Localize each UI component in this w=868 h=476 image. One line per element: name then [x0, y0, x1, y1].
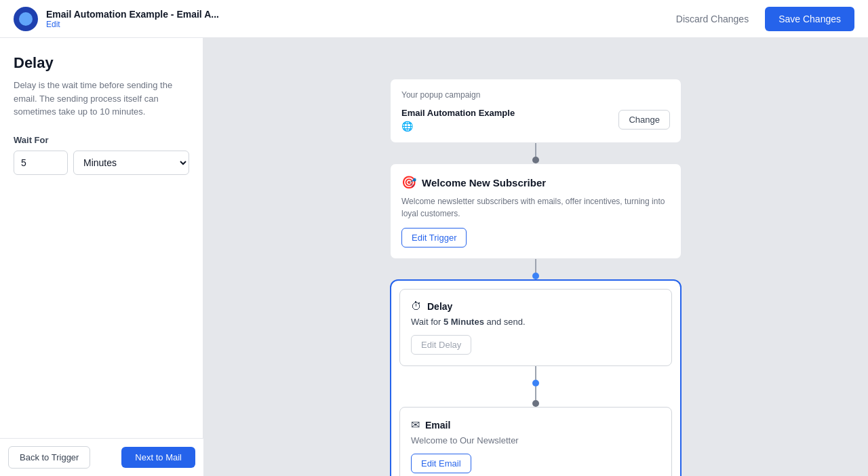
connector-inner-line-2	[535, 386, 536, 400]
clock-icon: ⏱	[411, 300, 422, 313]
back-to-trigger-button[interactable]: Back to Trigger	[8, 446, 90, 469]
app-header: Email Automation Example - Email A... Ed…	[0, 0, 868, 38]
campaign-card-title: Your popup campaign	[401, 90, 670, 100]
app-logo	[14, 7, 38, 31]
wait-unit-select[interactable]: Minutes Hours Days	[73, 151, 189, 175]
delay-value: 5 Minutes	[443, 317, 484, 327]
edit-email-button[interactable]: Edit Email	[411, 454, 471, 473]
connector-inner-dot	[532, 400, 539, 407]
campaign-item-left: Email Automation Example 🌐	[401, 108, 515, 132]
edit-delay-button[interactable]: Edit Delay	[411, 335, 471, 355]
wait-number-input[interactable]	[14, 151, 68, 175]
delay-node: ⏱ Delay Wait for 5 Minutes and send. Edi…	[399, 289, 672, 366]
campaign-item: Email Automation Example 🌐 Change	[401, 108, 670, 132]
left-panel: Delay Delay is the wait time before send…	[0, 38, 203, 476]
globe-icon: 🌐	[401, 121, 515, 132]
header-actions: Discard Changes Save Changes	[668, 7, 854, 31]
email-node: ✉ Email Welcome to Our Newsletter Edit E…	[399, 407, 672, 476]
edit-trigger-button[interactable]: Edit Trigger	[401, 228, 467, 247]
email-icon: ✉	[411, 418, 420, 431]
connector-2	[390, 259, 682, 279]
campaign-name: Email Automation Example	[401, 108, 515, 118]
trigger-title: Welcome New Subscriber	[422, 177, 546, 189]
page-title: Email Automation Example - Email A...	[46, 9, 219, 20]
campaign-card: Your popup campaign Email Automation Exa…	[390, 79, 682, 143]
next-to-mail-button[interactable]: Next to Mail	[121, 447, 195, 468]
connector-line-2	[535, 259, 536, 273]
delay-header: ⏱ Delay	[411, 300, 660, 313]
connector-1	[390, 143, 682, 163]
header-left: Email Automation Example - Email A... Ed…	[14, 7, 219, 31]
panel-description: Delay is the wait time before sending th…	[14, 79, 189, 119]
email-header: ✉ Email	[411, 418, 660, 431]
email-subtitle: Welcome to Our Newsletter	[411, 435, 660, 445]
edit-link[interactable]: Edit	[46, 20, 219, 29]
canvas-content: Your popup campaign Email Automation Exa…	[390, 79, 682, 476]
connector-line-1	[535, 143, 536, 157]
connector-inner-line	[535, 366, 536, 380]
discard-button[interactable]: Discard Changes	[668, 8, 757, 30]
trigger-header: 🎯 Welcome New Subscriber	[401, 175, 670, 190]
trigger-card: 🎯 Welcome New Subscriber Welcome newslet…	[390, 163, 682, 259]
wait-inputs: Minutes Hours Days	[14, 151, 189, 175]
change-button[interactable]: Change	[618, 110, 670, 130]
delay-title: Delay	[427, 301, 452, 312]
connector-dot-2-blue	[532, 273, 539, 279]
save-button[interactable]: Save Changes	[765, 7, 854, 31]
connector-inner-dot-blue	[532, 380, 539, 386]
main-canvas: Your popup campaign Email Automation Exa…	[203, 38, 868, 476]
footer: Back to Trigger Next to Mail	[0, 438, 203, 476]
logo-inner	[19, 12, 33, 26]
trigger-description: Welcome newsletter subscribers with emai…	[401, 195, 670, 220]
connector-inner	[399, 366, 672, 407]
panel-title: Delay	[14, 54, 189, 72]
header-title-group: Email Automation Example - Email A... Ed…	[46, 9, 219, 29]
delay-description: Wait for 5 Minutes and send.	[411, 317, 660, 327]
target-icon: 🎯	[401, 175, 416, 190]
wait-for-label: Wait For	[14, 135, 189, 145]
connector-dot-1	[532, 157, 539, 163]
email-title: Email	[425, 420, 450, 431]
nodes-panel: ⏱ Delay Wait for 5 Minutes and send. Edi…	[390, 279, 682, 476]
